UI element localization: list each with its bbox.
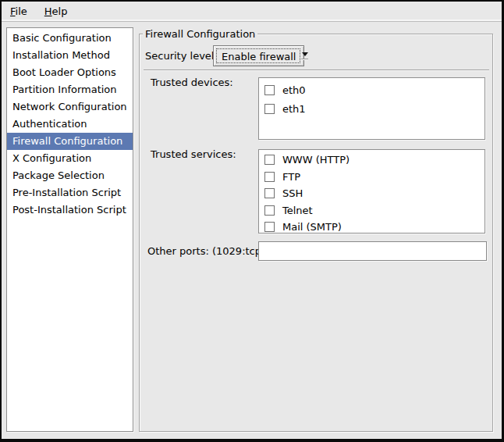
other-ports-input[interactable] [258,241,487,261]
horizontal-separator [144,70,489,71]
checkbox-label: eth0 [282,84,306,96]
sidebar-item-firewall-configuration[interactable]: Firewall Configuration [7,133,133,150]
list-item-ftp[interactable]: FTP [259,169,484,186]
checkbox-label: Mail (SMTP) [282,221,342,233]
checkbox[interactable] [264,205,275,216]
list-item-eth1[interactable]: eth1 [259,99,484,118]
sidebar-item-pre-installation-script[interactable]: Pre-Installation Script [7,184,133,201]
section-list[interactable]: Basic ConfigurationInstallation MethodBo… [6,27,133,432]
security-level-value: Enable firewall [216,48,300,63]
list-item-telnet[interactable]: Telnet [259,202,484,219]
firewall-configuration-frame: Firewall Configuration Security level: E… [139,34,493,432]
checkbox-label: Telnet [282,205,313,216]
checkbox[interactable] [264,188,275,198]
checkbox-label: SSH [282,187,303,199]
checkbox[interactable] [264,155,275,165]
sidebar-item-x-configuration[interactable]: X Configuration [7,150,133,167]
trusted-services-list[interactable]: WWW (HTTP)FTPSSHTelnetMail (SMTP) [258,149,485,233]
checkbox-label: WWW (HTTP) [282,154,350,166]
menu-file[interactable]: File [5,2,32,21]
checkbox[interactable] [264,172,275,182]
list-item-ssh[interactable]: SSH [259,185,484,202]
sidebar-item-partition-information[interactable]: Partition Information [7,81,133,98]
sidebar-item-basic-configuration[interactable]: Basic Configuration [7,30,133,47]
checkbox[interactable] [264,85,275,95]
trusted-devices-list[interactable]: eth0eth1 [258,77,485,140]
checkbox[interactable] [264,222,275,232]
chevron-down-icon [301,46,308,66]
list-item-www-http[interactable]: WWW (HTTP) [259,151,484,169]
sidebar-item-installation-method[interactable]: Installation Method [7,47,133,64]
security-level-label: Security level: [145,50,218,62]
checkbox-label: eth1 [282,103,306,115]
list-item-mail-smtp[interactable]: Mail (SMTP) [259,219,484,233]
other-ports-label: Other ports: (1029:tcp) [147,245,265,258]
trusted-devices-label: Trusted devices: [151,77,233,89]
kickstart-configurator-window: FileHelp Basic ConfigurationInstallation… [0,0,504,442]
sidebar-item-network-configuration[interactable]: Network Configuration [7,98,133,116]
sidebar-item-post-installation-script[interactable]: Post-Installation Script [7,201,133,219]
checkbox[interactable] [264,104,275,114]
trusted-services-label: Trusted services: [151,148,236,161]
sidebar-item-boot-loader-options[interactable]: Boot Loader Options [7,64,133,81]
security-level-select[interactable]: Enable firewall [213,45,304,66]
sidebar-item-authentication[interactable]: Authentication [7,116,133,133]
menu-help[interactable]: Help [40,2,73,21]
sidebar-item-package-selection[interactable]: Package Selection [7,167,133,184]
list-item-eth0[interactable]: eth0 [259,80,484,99]
checkbox-label: FTP [282,171,300,183]
menu-bar: FileHelp [2,2,502,22]
frame-title: Firewall Configuration [143,27,257,41]
